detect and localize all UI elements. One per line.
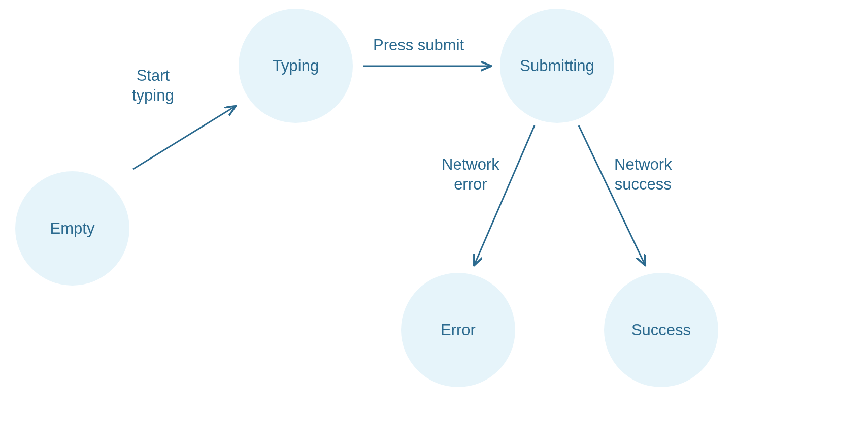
transition-label-press-submit: Press submit: [373, 36, 464, 55]
state-label: Error: [441, 321, 476, 339]
state-node-submitting: Submitting: [500, 9, 614, 123]
transition-label-network-success: Network success: [614, 155, 672, 195]
state-label: Typing: [273, 57, 319, 75]
transition-label-start-typing: Start typing: [132, 66, 174, 106]
state-node-success: Success: [604, 273, 718, 387]
state-label: Empty: [50, 219, 95, 238]
state-node-empty: Empty: [15, 171, 129, 286]
state-label: Submitting: [520, 57, 594, 75]
state-node-error: Error: [401, 273, 515, 387]
transition-arrow-start-typing: [133, 107, 235, 169]
transition-arrow-network-success: [579, 125, 645, 264]
transition-label-network-error: Network error: [442, 155, 499, 195]
transition-arrow-network-error: [475, 125, 535, 264]
state-label: Success: [631, 321, 691, 339]
state-node-typing: Typing: [239, 9, 353, 123]
